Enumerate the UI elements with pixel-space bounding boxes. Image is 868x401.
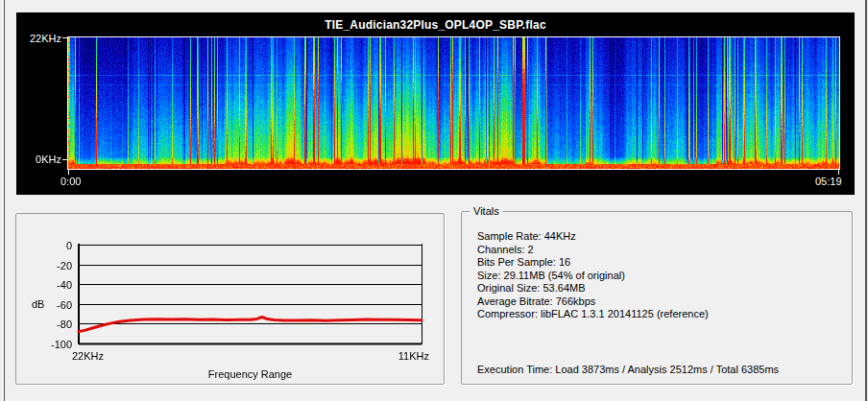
freq-axis-tick-top [62, 37, 68, 38]
time-axis-tick-start [68, 170, 69, 175]
spectrogram-panel: TIE_Audician32Plus_OPL4OP_SBP.flac 22KHz… [16, 12, 855, 195]
window-edge-left [4, 0, 5, 401]
vitals-line-compressor: Compressor: libFLAC 1.3.1 20141125 (refe… [477, 308, 709, 321]
vitals-line-average-bitrate: Average Bitrate: 766kbps [477, 295, 709, 309]
spectrogram-frame [67, 36, 840, 170]
vitals-lines: Sample Rate: 44KHz Channels: 2 Bits Per … [477, 230, 709, 321]
time-axis-label-end: 05:19 [815, 176, 842, 187]
time-axis-tick-end [838, 170, 839, 175]
vitals-line-size: Size: 29.11MB (54% of original) [477, 270, 709, 283]
window-edge-right [865, 0, 867, 401]
vitals-group-title: Vitals [470, 204, 503, 218]
execution-time-line: Execution Time: Load 3873ms / Analysis 2… [477, 364, 779, 375]
vitals-line-sample-rate: Sample Rate: 44KHz [477, 230, 709, 244]
frequency-response-chart [16, 214, 444, 384]
vitals-group: Vitals Sample Rate: 44KHz Channels: 2 Bi… [461, 211, 853, 385]
freq-axis-label-top: 22KHz [16, 33, 61, 44]
time-axis-label-start: 0:00 [60, 176, 81, 187]
vitals-line-channels: Channels: 2 [477, 244, 709, 257]
frequency-response-panel [15, 213, 445, 385]
vitals-line-bits-per-sample: Bits Per Sample: 16 [477, 256, 709, 270]
spectrogram-title: TIE_Audician32Plus_OPL4OP_SBP.flac [16, 18, 855, 32]
freq-axis-label-bottom: 0KHz [16, 153, 61, 165]
freq-axis-tick-bottom [62, 159, 68, 160]
spectrogram-image [68, 37, 839, 169]
analyzer-window: TIE_Audician32Plus_OPL4OP_SBP.flac 22KHz… [0, 0, 868, 401]
vitals-line-original-size: Original Size: 53.64MB [477, 282, 709, 295]
